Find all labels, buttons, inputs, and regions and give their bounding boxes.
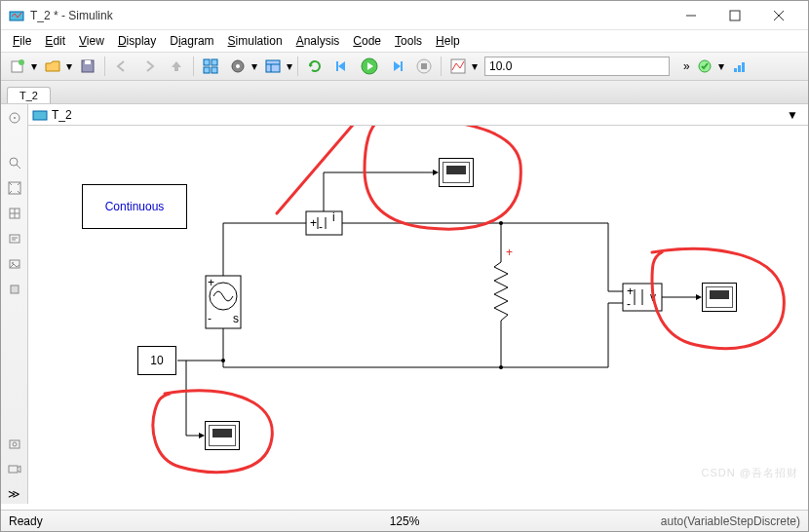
svg-rect-13 <box>266 60 280 72</box>
library-browser-button[interactable] <box>198 55 223 78</box>
svg-rect-39 <box>11 285 19 293</box>
open-button[interactable] <box>40 55 65 78</box>
model-icon <box>32 107 48 123</box>
status-solver[interactable]: auto(VariableStepDiscrete) <box>661 514 800 528</box>
powergui-label: Continuous <box>105 200 165 213</box>
stop-time-input[interactable]: 10.0 <box>484 57 670 76</box>
svg-point-12 <box>236 64 240 68</box>
breadcrumb-dropdown[interactable]: ▼ <box>787 108 798 122</box>
scope-signal-block[interactable] <box>205 421 240 450</box>
menu-view[interactable]: View <box>73 32 110 50</box>
up-button[interactable] <box>164 55 189 78</box>
statusbar: Ready 125% auto(VariableStepDiscrete) <box>1 510 808 531</box>
maximize-button[interactable] <box>713 2 756 29</box>
svg-text:i: i <box>332 210 335 224</box>
menu-file[interactable]: File <box>7 32 37 50</box>
current-sensor-block[interactable]: + i - <box>306 210 342 235</box>
svg-rect-23 <box>734 68 737 72</box>
step-back-button[interactable] <box>329 55 355 78</box>
left-palette: ≫ <box>1 104 28 504</box>
svg-rect-6 <box>85 60 91 64</box>
build-dropdown[interactable]: ▾ <box>717 59 725 73</box>
back-button[interactable] <box>109 55 135 78</box>
menu-display[interactable]: Display <box>112 32 162 50</box>
svg-text:+: + <box>310 216 317 230</box>
svg-text:-: - <box>208 312 212 325</box>
resistor-block[interactable]: + <box>494 246 513 330</box>
build-button[interactable] <box>692 55 717 78</box>
status-left: Ready <box>9 514 43 528</box>
svg-text:+: + <box>208 276 214 289</box>
forward-button[interactable] <box>136 55 162 78</box>
svg-line-29 <box>17 165 20 169</box>
open-dropdown[interactable]: ▾ <box>65 59 73 73</box>
menu-diagram[interactable]: Diagram <box>164 32 219 50</box>
titlebar: T_2 * - Simulink <box>1 1 808 30</box>
svg-rect-24 <box>738 65 741 72</box>
annotation-button[interactable] <box>5 229 24 248</box>
save-button[interactable] <box>75 55 100 78</box>
scope-current-block[interactable] <box>439 158 474 187</box>
record-button[interactable] <box>5 459 24 478</box>
hide-browser-button[interactable] <box>5 108 24 128</box>
deploy-button[interactable] <box>727 55 752 78</box>
mode-separator: » <box>683 59 690 73</box>
svg-rect-40 <box>10 440 19 448</box>
image-button[interactable] <box>5 254 24 274</box>
tabbar: T_2 <box>1 81 808 104</box>
menu-help[interactable]: Help <box>430 32 466 50</box>
model-config-button[interactable] <box>225 55 250 78</box>
ac-source-block[interactable]: + - s <box>206 276 241 328</box>
svg-text:-: - <box>627 297 631 311</box>
svg-text:-: - <box>319 220 323 234</box>
fit-button[interactable] <box>5 178 24 198</box>
svg-point-41 <box>13 442 17 446</box>
menu-tools[interactable]: Tools <box>389 32 428 50</box>
screenshot-button[interactable] <box>5 434 24 453</box>
run-button[interactable] <box>357 55 382 78</box>
close-button[interactable] <box>756 2 800 29</box>
svg-rect-2 <box>730 11 740 20</box>
breadcrumb-name[interactable]: T_2 <box>52 108 72 122</box>
svg-text:s: s <box>233 312 239 325</box>
constant-value-label: 10 <box>150 354 163 367</box>
new-model-dropdown[interactable]: ▾ <box>30 59 38 73</box>
constant-block[interactable]: 10 <box>137 346 176 375</box>
menubar: File Edit View Display Diagram Simulatio… <box>1 30 808 52</box>
menu-code[interactable]: Code <box>347 32 387 50</box>
new-model-button[interactable] <box>5 55 30 78</box>
resistor-plus-label: + <box>506 246 513 259</box>
fast-restart-button[interactable] <box>302 55 327 78</box>
svg-rect-25 <box>742 62 745 72</box>
watermark: CSDN @吾名招财 <box>702 466 798 480</box>
data-inspector-button[interactable] <box>445 55 471 78</box>
window-title: T_2 * - Simulink <box>30 9 669 22</box>
model-explorer-dropdown[interactable]: ▾ <box>286 59 293 73</box>
zoom-button[interactable] <box>5 153 24 172</box>
viewmark-button[interactable] <box>5 280 24 299</box>
svg-rect-20 <box>421 63 427 69</box>
powergui-block[interactable]: Continuous <box>82 184 187 229</box>
scope-voltage-block[interactable] <box>702 283 737 312</box>
svg-rect-43 <box>33 111 47 120</box>
model-config-dropdown[interactable]: ▾ <box>250 59 258 73</box>
status-zoom[interactable]: 125% <box>390 514 420 528</box>
tab-model[interactable]: T_2 <box>7 87 51 103</box>
menu-simulation[interactable]: Simulation <box>222 32 289 50</box>
svg-point-27 <box>14 117 16 119</box>
minimize-button[interactable] <box>669 2 713 29</box>
svg-text:+: + <box>627 285 634 298</box>
model-explorer-button[interactable] <box>260 55 286 78</box>
svg-rect-34 <box>10 235 19 243</box>
menu-analysis[interactable]: Analysis <box>290 32 346 50</box>
svg-point-4 <box>19 59 24 65</box>
toggle-perspective-button[interactable] <box>5 204 24 223</box>
svg-rect-9 <box>204 67 210 73</box>
svg-rect-16 <box>336 61 338 71</box>
step-forward-button[interactable] <box>384 55 409 78</box>
menu-edit[interactable]: Edit <box>39 32 71 50</box>
help-rail-button[interactable]: ≫ <box>5 484 24 504</box>
stop-button[interactable] <box>411 55 437 78</box>
model-canvas[interactable]: + + - s + i - <box>28 126 808 504</box>
data-inspector-dropdown[interactable]: ▾ <box>471 59 479 73</box>
